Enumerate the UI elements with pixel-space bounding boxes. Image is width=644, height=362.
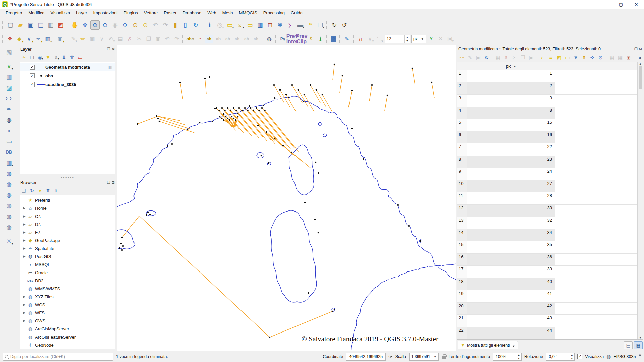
zoom-next-icon[interactable]: ↷ (161, 20, 170, 30)
whats-this-icon[interactable]: ℹ (316, 35, 325, 43)
open-data-source-manager-icon[interactable]: ▧ (4, 48, 14, 57)
menu-impostazioni[interactable]: Impostazioni (90, 9, 120, 17)
form-view-button[interactable]: ▤ (624, 341, 633, 349)
rotate-label-icon[interactable]: ab (242, 35, 251, 43)
browser-item-spatialite[interactable]: ▶✒SpatiaLite (20, 244, 115, 252)
pk-cell[interactable]: 3 (467, 95, 555, 107)
pk-cell[interactable]: 35 (467, 241, 555, 253)
add-delimited-text-layer-icon[interactable]: ᠈᠈ (4, 94, 14, 103)
row-number-cell[interactable]: 7 (457, 143, 467, 156)
pk-cell[interactable]: 8 (467, 107, 555, 119)
table-row[interactable]: 515 (457, 119, 637, 131)
row-number-cell[interactable]: 17 (457, 266, 467, 278)
row-number-cell[interactable]: 12 (457, 205, 467, 217)
add-oracle-layer-icon[interactable]: ▭ (4, 137, 14, 146)
browser-item-d-[interactable]: ▶▱D:\ (20, 220, 115, 228)
row-number-cell[interactable]: 19 (457, 290, 467, 302)
locator-search-input[interactable]: Digita per localizzare (Ctrl+K) (3, 353, 113, 361)
toolbar-handle[interactable] (353, 35, 355, 43)
row-number-cell[interactable]: 1 (457, 70, 467, 82)
table-select-by-expression-icon[interactable]: ε (539, 54, 546, 61)
add-geonode-layer-icon[interactable]: ✳▼ (4, 237, 14, 246)
table-paste-icon[interactable]: ▣ (527, 54, 535, 61)
expand-arrow-icon[interactable]: ▶ (22, 231, 27, 234)
browser-item-wfs[interactable]: ▶◍WFS (20, 309, 115, 317)
toolbar-handle[interactable] (2, 35, 4, 43)
new-map-view-icon[interactable]: ❏▼ (316, 20, 325, 30)
add-group-icon[interactable]: ❏ (28, 54, 36, 61)
table-row[interactable]: 2244 (457, 327, 637, 340)
expand-arrow-icon[interactable]: ▶ (22, 239, 27, 242)
show-bookmarks-icon[interactable]: ▯ (181, 20, 190, 30)
row-number-cell[interactable]: 16 (457, 254, 467, 266)
scroll-up-icon[interactable]: ▲ (639, 62, 642, 65)
browser-item-wcs[interactable]: ▶◍WCS (20, 301, 115, 309)
panel-splitter[interactable]: ●●●●●● (18, 176, 117, 178)
row-number-cell[interactable]: 18 (457, 278, 467, 290)
pk-column-header[interactable]: pk▲ (467, 62, 555, 70)
table-deselect-icon[interactable]: ▭ (564, 54, 571, 61)
layer-visibility-checkbox[interactable]: ✓ (30, 73, 35, 78)
add-arcgis-feature-layer-icon[interactable]: ◍ (4, 223, 14, 232)
prev-inter-icon[interactable]: Prev Inter (288, 35, 297, 43)
pk-cell[interactable]: 36 (467, 254, 555, 266)
snapping-unit-select[interactable]: px▼ (411, 35, 426, 43)
table-row[interactable]: 823 (457, 156, 637, 168)
add-spatialite-layer-icon[interactable]: ✒ (4, 105, 14, 114)
expand-arrow-icon[interactable]: ▶ (22, 295, 27, 298)
browser-item-wms-wmts[interactable]: ◍WMS/WMTS (20, 285, 115, 293)
zoom-native-icon[interactable]: ◉ (110, 20, 120, 30)
pk-cell[interactable]: 2 (467, 82, 555, 95)
pk-cell[interactable]: 24 (467, 168, 555, 180)
zoom-out-icon[interactable]: ⊖ (100, 20, 110, 30)
browser-item-e-[interactable]: ▶▱E:\ (20, 228, 115, 236)
row-number-cell[interactable]: 5 (457, 119, 467, 131)
project-properties-icon[interactable]: ▥ (46, 20, 55, 30)
snapping-type-icon[interactable]: ∨▼ (366, 35, 374, 43)
table-row[interactable]: 616 (457, 131, 637, 144)
scale-combo[interactable]: 1:3697591▼ (409, 353, 439, 361)
row-number-cell[interactable]: 3 (457, 95, 467, 107)
toolbar-handle[interactable] (339, 35, 341, 43)
copy-features-icon[interactable]: ❐ (144, 35, 153, 43)
table-row[interactable]: 1332 (457, 217, 637, 229)
row-number-cell[interactable]: 13 (457, 217, 467, 229)
prev-clip-icon[interactable]: Prev Clip (297, 35, 306, 43)
add-feature-icon[interactable]: ∨ (97, 35, 106, 43)
table-field-calculator-icon[interactable]: ⊞ (625, 54, 633, 61)
menu-web[interactable]: Web (204, 9, 219, 17)
pk-cell[interactable]: 16 (467, 131, 555, 143)
save-project-as-icon[interactable]: ▤ (36, 20, 45, 30)
pk-cell[interactable]: 28 (467, 192, 555, 204)
add-db2-layer-icon[interactable]: DB (4, 147, 14, 157)
crs-status[interactable]: EPSG:3035 (613, 354, 636, 359)
measure-icon[interactable]: ▬▼ (296, 20, 305, 30)
menu-guida[interactable]: Guida (288, 9, 306, 17)
table-move-selection-top-icon[interactable]: ⇑ (580, 54, 588, 61)
statistical-summary-icon[interactable]: ∑ (285, 20, 295, 30)
browser-item-postgis[interactable]: ▶◍PostGIS (20, 252, 115, 260)
pk-cell[interactable]: 23 (467, 156, 555, 168)
new-temporary-scratch-layer-icon[interactable]: ▣✶ (56, 35, 64, 43)
row-number-cell[interactable]: 22 (457, 327, 467, 339)
pk-cell[interactable]: 27 (467, 180, 555, 192)
add-virtual-layer-icon[interactable]: ▥▼ (4, 158, 14, 168)
row-number-cell[interactable]: 21 (457, 315, 467, 327)
select-by-expression-icon[interactable]: ε▼ (235, 20, 245, 30)
row-number-cell[interactable]: 6 (457, 131, 467, 143)
pk-cell[interactable]: 40 (467, 278, 555, 290)
layer-labeling-icon[interactable]: abc (186, 35, 195, 43)
table-row[interactable]: 1128 (457, 192, 637, 205)
pk-cell[interactable]: 1 (467, 70, 555, 82)
browser-item-geonode[interactable]: ✳GeoNode (20, 341, 115, 349)
row-number-cell[interactable]: 9 (457, 168, 467, 180)
toolbar-handle[interactable] (326, 21, 328, 29)
filter-legend-icon[interactable]: ▼ (44, 54, 52, 61)
table-row[interactable]: 924 (457, 168, 637, 180)
save-layer-edits-icon[interactable]: ▣ (88, 35, 97, 43)
collapse-all-icon[interactable]: ⇈ (68, 54, 76, 61)
menu-plugins[interactable]: Plugins (120, 9, 141, 17)
pk-cell[interactable]: 22 (467, 143, 555, 156)
zoom-last-icon[interactable]: ↶ (151, 20, 160, 30)
messages-bubble-icon[interactable]: ❝ (638, 353, 641, 360)
